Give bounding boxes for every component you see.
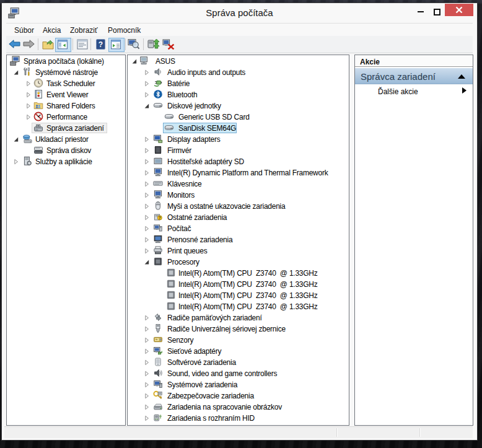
- svg-text:?: ?: [99, 40, 103, 49]
